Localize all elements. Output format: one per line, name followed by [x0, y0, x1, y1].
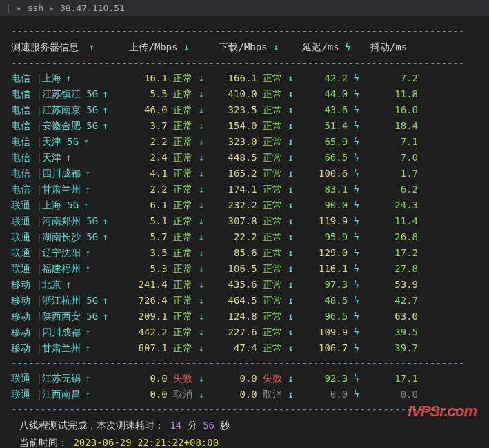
results-block: 电信 |上海↑ 16.1 正常 ↓ 166.1 正常 ↨ 42.2 ϟ 7.2电… [11, 70, 478, 356]
header-server: 测速服务器信息 ↑ [11, 40, 114, 55]
window-titlebar: | ▸ ssh ▸ 38.47.110.51 [0, 0, 489, 16]
table-header: 测速服务器信息 ↑ 上传/Mbps ↓ 下载/Mbps ↨ 延迟/ms ϟ 抖动… [11, 39, 478, 56]
table-row: 联通 |上海 5G↑ 6.1 正常 ↓ 232.2 正常 ↨ 90.0 ϟ 24… [11, 197, 478, 213]
terminal-output: ----------------------------------------… [0, 16, 489, 448]
table-row: 移动 |陕西西安 5G↑ 209.1 正常 ↓ 124.8 正常 ↨ 96.5 … [11, 309, 478, 324]
table-row: 电信 |江苏南京 5G↑ 46.0 正常 ↓ 323.5 正常 ↨ 43.6 ϟ… [11, 102, 478, 118]
header-jitter: 抖动/ms [359, 40, 418, 55]
table-row: 联通 |江西南昌↑ 0.0 取消 ↓ 0.0 取消 ↨ 0.0 ϟ 0.0 [11, 387, 478, 402]
table-row: 电信 |甘肃兰州↑ 2.2 正常 ↓ 174.1 正常 ↨ 83.1 ϟ 6.2 [11, 182, 478, 197]
table-row: 联通 |江苏无锡↑ 0.0 失败 ↓ 0.0 失败 ↨ 92.3 ϟ 17.1 [11, 371, 478, 387]
failed-results-block: 联通 |江苏无锡↑ 0.0 失败 ↓ 0.0 失败 ↨ 92.3 ϟ 17.1联… [11, 371, 478, 402]
chevron-right-icon: ▸ [17, 3, 22, 13]
ssh-label: ssh [28, 3, 43, 13]
ip-address: 38.47.110.51 [60, 3, 125, 13]
table-row: 联通 |辽宁沈阳↑ 3.5 正常 ↓ 85.6 正常 ↨ 129.0 ϟ 17.… [11, 245, 478, 261]
table-row: 电信 |上海↑ 16.1 正常 ↓ 166.1 正常 ↨ 42.2 ϟ 7.2 [11, 70, 478, 86]
timestamp-value: 2023-06-29 22:21:22+08:00 [73, 437, 219, 448]
table-row: 电信 |天津 5G↑ 2.2 正常 ↓ 323.0 正常 ↨ 65.9 ϟ 7.… [11, 134, 478, 150]
titlebar-divider-icon: | [6, 3, 11, 13]
table-row: 联通 |河南郑州 5G↑ 5.1 正常 ↓ 307.8 正常 ↨ 119.9 ϟ… [11, 213, 478, 229]
table-row: 电信 |安徽合肥 5G↑ 3.7 正常 ↓ 154.0 正常 ↨ 51.4 ϟ … [11, 118, 478, 134]
header-download: 下载/Mbps ↨ [204, 40, 294, 55]
table-row: 移动 |四川成都↑ 442.2 正常 ↓ 227.6 正常 ↨ 109.9 ϟ … [11, 324, 478, 340]
table-row: 移动 |甘肃兰州↑ 607.1 正常 ↓ 47.4 正常 ↨ 106.7 ϟ 3… [11, 340, 478, 356]
table-row: 电信 |江苏镇江 5G↑ 5.5 正常 ↓ 410.0 正常 ↨ 44.0 ϟ … [11, 86, 478, 102]
chevron-right-icon: ▸ [49, 3, 54, 13]
minutes-value: 14 [170, 420, 181, 431]
table-row: 电信 |四川成都↑ 4.1 正常 ↓ 165.2 正常 ↨ 100.6 ϟ 1.… [11, 166, 478, 182]
footer-time: 当前时间： 2023-06-29 22:21:22+08:00 [11, 434, 478, 448]
divider-line: ----------------------------------------… [11, 356, 478, 371]
header-upload: 上传/Mbps ↓ [114, 40, 204, 55]
table-row: 联通 |福建福州↑ 5.3 正常 ↓ 106.5 正常 ↨ 116.1 ϟ 27… [11, 261, 478, 277]
table-row: 联通 |湖南长沙 5G↑ 5.7 正常 ↓ 22.2 正常 ↨ 95.9 ϟ 2… [11, 229, 478, 245]
watermark: IVPSr.com [408, 402, 477, 420]
divider-line: ----------------------------------------… [11, 56, 478, 70]
seconds-value: 56 [203, 420, 214, 431]
header-latency: 延迟/ms ϟ [294, 40, 359, 55]
table-row: 移动 |浙江杭州 5G↑ 726.4 正常 ↓ 464.5 正常 ↨ 48.5 … [11, 293, 478, 309]
table-row: 电信 |天津↑ 2.4 正常 ↓ 448.5 正常 ↨ 66.5 ϟ 7.0 [11, 150, 478, 166]
table-row: 移动 |北京↑ 241.4 正常 ↓ 435.6 正常 ↨ 97.3 ϟ 53.… [11, 277, 478, 293]
divider-line: ----------------------------------------… [11, 24, 478, 39]
